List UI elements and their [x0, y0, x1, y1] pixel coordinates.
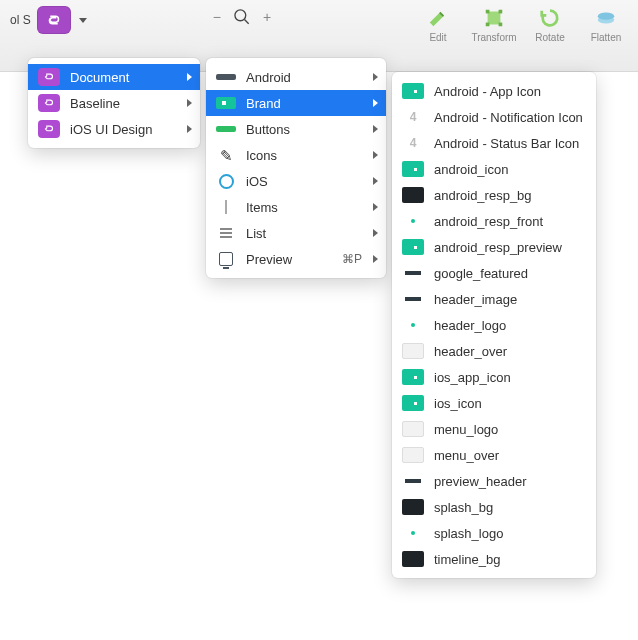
category-menu-item[interactable]: Brand: [206, 90, 386, 116]
loop-icon: [45, 11, 63, 29]
svg-line-1: [244, 20, 248, 24]
submenu-arrow-icon: [373, 255, 378, 263]
artboard-thumb-icon: [402, 187, 424, 203]
artboard-menu: Android - App Icon 4 Android - Notificat…: [392, 72, 596, 578]
artboard-menu-item[interactable]: header_image: [392, 286, 596, 312]
submenu-arrow-icon: [373, 99, 378, 107]
line-v-icon: [216, 199, 236, 215]
artboard-thumb-icon: [402, 213, 424, 229]
artboard-menu-item[interactable]: Android - App Icon: [392, 78, 596, 104]
submenu-arrow-icon: [187, 125, 192, 133]
flatten-tool[interactable]: Flatten: [586, 6, 626, 43]
artboard-menu-item[interactable]: android_resp_bg: [392, 182, 596, 208]
tool-dropdown-caret[interactable]: [79, 18, 87, 23]
artboard-menu-item[interactable]: menu_logo: [392, 416, 596, 442]
svg-point-8: [598, 13, 615, 20]
category-menu: Android Brand Buttons ✎ Icons iOS Items …: [206, 58, 386, 278]
svg-rect-3: [486, 10, 490, 14]
artboard-thumb-icon: [402, 369, 424, 385]
menu-item-label: ios_app_icon: [434, 370, 586, 385]
artboard-thumb-icon: [402, 265, 424, 281]
menu-item-label: Baseline: [70, 96, 190, 111]
toolbar-actions: Edit Transform Rotate Flatten: [418, 6, 626, 43]
category-menu-item[interactable]: Android: [206, 64, 386, 90]
menu-item-label: Icons: [246, 148, 376, 163]
artboard-thumb-icon: [402, 395, 424, 411]
edit-tool[interactable]: Edit: [418, 6, 458, 43]
edit-icon: [426, 6, 450, 30]
category-menu-item[interactable]: List: [206, 220, 386, 246]
flatten-label: Flatten: [591, 32, 622, 43]
swatch-teal-icon: [216, 95, 236, 111]
canvas: Document Baseline iOS UI Design Android …: [0, 72, 638, 640]
menu-item-label: header_logo: [434, 318, 586, 333]
menu-item-label: splash_bg: [434, 500, 586, 515]
svg-point-0: [235, 10, 246, 21]
artboard-thumb-icon: 4: [402, 135, 424, 151]
svg-rect-4: [499, 10, 503, 14]
zoom-control: − +: [213, 6, 271, 28]
swatch-green-icon: [216, 121, 236, 137]
menu-item-label: menu_over: [434, 448, 586, 463]
transform-label: Transform: [471, 32, 516, 43]
artboard-menu-item[interactable]: android_resp_front: [392, 208, 596, 234]
document-menu-item[interactable]: iOS UI Design: [28, 116, 200, 142]
artboard-menu-item[interactable]: ios_app_icon: [392, 364, 596, 390]
submenu-arrow-icon: [373, 229, 378, 237]
menu-item-label: Items: [246, 200, 376, 215]
category-menu-item[interactable]: Buttons: [206, 116, 386, 142]
menu-item-label: Buttons: [246, 122, 376, 137]
submenu-arrow-icon: [187, 99, 192, 107]
category-menu-item[interactable]: iOS: [206, 168, 386, 194]
menu-item-label: android_resp_preview: [434, 240, 586, 255]
menu-item-label: iOS UI Design: [70, 122, 190, 137]
menu-item-label: Android: [246, 70, 376, 85]
menu-item-label: android_resp_front: [434, 214, 586, 229]
artboard-menu-item[interactable]: android_resp_preview: [392, 234, 596, 260]
menu-item-label: google_featured: [434, 266, 586, 281]
artboard-menu-item[interactable]: 4 Android - Notification Icon: [392, 104, 596, 130]
transform-icon: [482, 6, 506, 30]
artboard-thumb-icon: [402, 291, 424, 307]
artboard-menu-item[interactable]: google_featured: [392, 260, 596, 286]
artboard-menu-item[interactable]: header_over: [392, 338, 596, 364]
artboard-menu-item[interactable]: timeline_bg: [392, 546, 596, 572]
category-menu-item[interactable]: ✎ Icons: [206, 142, 386, 168]
artboard-thumb-icon: [402, 83, 424, 99]
artboard-menu-item[interactable]: splash_bg: [392, 494, 596, 520]
artboard-menu-item[interactable]: preview_header: [392, 468, 596, 494]
pencil-icon: ✎: [216, 147, 236, 163]
submenu-arrow-icon: [187, 73, 192, 81]
rotate-icon: [538, 6, 562, 30]
menu-item-label: Android - App Icon: [434, 84, 586, 99]
active-tool-tile[interactable]: [37, 6, 71, 34]
menu-item-label: Android - Notification Icon: [434, 110, 586, 125]
toolbar-leading-text: ol S: [10, 13, 31, 27]
transform-tool[interactable]: Transform: [474, 6, 514, 43]
menu-item-label: header_image: [434, 292, 586, 307]
rotate-tool[interactable]: Rotate: [530, 6, 570, 43]
shortcut: ⌘P: [342, 252, 362, 266]
artboard-thumb-icon: [402, 421, 424, 437]
artboard-thumb-icon: [402, 161, 424, 177]
artboard-thumb-icon: [402, 551, 424, 567]
search-icon[interactable]: [231, 6, 253, 28]
flatten-icon: [594, 6, 618, 30]
artboard-menu-item[interactable]: menu_over: [392, 442, 596, 468]
artboard-menu-item[interactable]: android_icon: [392, 156, 596, 182]
artboard-menu-item[interactable]: header_logo: [392, 312, 596, 338]
zoom-in[interactable]: +: [263, 9, 271, 25]
artboard-menu-item[interactable]: splash_logo: [392, 520, 596, 546]
document-menu-item[interactable]: Document: [28, 64, 200, 90]
svg-rect-2: [488, 12, 501, 25]
submenu-arrow-icon: [373, 151, 378, 159]
edit-label: Edit: [429, 32, 446, 43]
category-menu-item[interactable]: Items: [206, 194, 386, 220]
category-menu-item[interactable]: Preview ⌘P: [206, 246, 386, 272]
zoom-out[interactable]: −: [213, 9, 221, 25]
document-icon: [38, 68, 60, 86]
menu-item-label: preview_header: [434, 474, 586, 489]
artboard-menu-item[interactable]: 4 Android - Status Bar Icon: [392, 130, 596, 156]
artboard-menu-item[interactable]: ios_icon: [392, 390, 596, 416]
document-menu-item[interactable]: Baseline: [28, 90, 200, 116]
